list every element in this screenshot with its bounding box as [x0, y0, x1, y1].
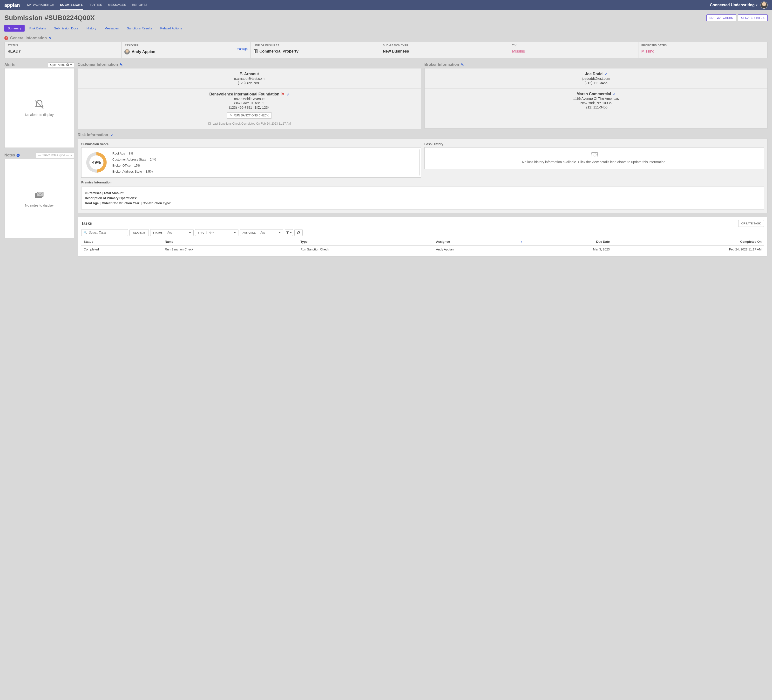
premise-box: 0 Premises|Total Amount: Description of …: [81, 186, 764, 209]
expand-risk-icon[interactable]: ⤢: [111, 133, 114, 137]
notes-empty-text: No notes to display: [25, 203, 54, 207]
loss-empty-text: No loss history information available. C…: [522, 160, 666, 164]
risk-panel: Submission Score 49%: [78, 139, 768, 213]
loss-box: No loss history information available. C…: [424, 147, 764, 169]
clear-filter-icon[interactable]: ✕: [66, 64, 69, 66]
chevron-down-icon: [279, 232, 281, 233]
dates-value: Missing: [641, 49, 764, 54]
risk-heading: Risk Information ⤢: [78, 133, 768, 137]
create-task-button[interactable]: CREATE TASK: [738, 220, 764, 227]
nav-my-workbench[interactable]: MY WORKBENCH: [27, 0, 54, 10]
score-percent: 49%: [85, 151, 108, 173]
cell-assignee: Andy Appian: [433, 245, 525, 254]
customer-card: E. Arnaout e.arnaout@test.com (123) 456-…: [78, 68, 421, 129]
task-filter-icon-button[interactable]: [285, 229, 293, 236]
cell-status: Completed: [81, 245, 162, 254]
customer-org-name: Benevolence International Foundation ⚑ ⤢: [82, 92, 417, 96]
page-header: Submission #SUB0224Q00X EDIT WATCHERS UP…: [4, 14, 768, 22]
score-donut: 49%: [85, 151, 108, 173]
assignee-filter-value: Any: [260, 231, 265, 234]
nav-parties[interactable]: PARTIES: [88, 0, 102, 10]
table-row[interactable]: Completed Run Sanction Check Run Sanctio…: [81, 245, 764, 254]
broker-title: Broker Information: [424, 62, 459, 67]
cell-completed: Feb 24, 2023 11:17 AM: [612, 245, 764, 254]
col-type[interactable]: Type: [298, 238, 433, 245]
tab-history[interactable]: History: [83, 25, 100, 31]
factor-roof: Roof Age = 8%: [112, 152, 156, 155]
col-name[interactable]: Name: [162, 238, 298, 245]
notes-type-select[interactable]: --- Select Notes Type ---: [36, 152, 74, 158]
alerts-filter[interactable]: Open Alerts ✕: [48, 62, 74, 67]
task-search-input[interactable]: [88, 231, 126, 234]
customer-title: Customer Information: [78, 62, 118, 67]
broker-heading: Broker Information ✎: [424, 62, 768, 67]
lob-label: LINE OF BUSINESS: [254, 44, 377, 47]
factor-broker-state: Broker Address State = 1.5%: [112, 170, 156, 173]
refresh-icon: [297, 231, 300, 234]
broker-addr1: 1166 Avenue Of The Americas: [429, 96, 764, 100]
task-type-filter[interactable]: TYPE | Any: [195, 229, 239, 236]
col-completed[interactable]: Completed On: [612, 238, 764, 245]
risk-title: Risk Information: [78, 133, 108, 137]
tiv-value: Missing: [512, 49, 635, 54]
edit-customer-icon[interactable]: ✎: [120, 63, 123, 67]
task-refresh-button[interactable]: [294, 229, 303, 236]
edit-watchers-button[interactable]: EDIT WATCHERS: [707, 15, 736, 21]
update-status-button[interactable]: UPDATE STATUS: [738, 15, 768, 21]
assignee-filter-label: ASSIGNEE: [242, 231, 256, 234]
col-status[interactable]: Status: [81, 238, 162, 245]
edit-broker-icon[interactable]: ✎: [461, 63, 464, 67]
status-filter-label: STATUS: [153, 231, 163, 234]
tab-summary[interactable]: Summary: [4, 25, 25, 31]
col-due[interactable]: Due Date: [525, 238, 612, 245]
tab-related-actions[interactable]: Related Actions: [157, 25, 185, 31]
run-sanctions-button[interactable]: ✎ RUN SANCTIONS CHECK: [227, 112, 272, 119]
task-search-wrap: 🔍: [81, 229, 128, 236]
score-box: 49% Roof Age = 8% Customer Address State…: [81, 147, 421, 178]
customer-contact-phone: (123) 456-7891: [82, 81, 417, 85]
nav-submissions[interactable]: SUBMISSIONS: [60, 0, 83, 10]
expand-broker-contact-icon[interactable]: ⤢: [605, 72, 607, 76]
nav-reports[interactable]: REPORTS: [132, 0, 147, 10]
tab-sanctions-results[interactable]: Sanctions Results: [123, 25, 155, 31]
app-menu[interactable]: Connected Underwriting: [710, 3, 757, 7]
factor-broker-office: Broker Office = 15%: [112, 164, 156, 167]
alerts-panel: No alerts to display: [4, 68, 74, 148]
factor-cust-state: Customer Address State = 24%: [112, 158, 156, 161]
building-icon: [254, 49, 257, 53]
tab-submission-docs[interactable]: Submission Docs: [51, 25, 82, 31]
edit-icon: ✎: [230, 114, 232, 117]
premise-count: 0 Premises: [85, 191, 101, 195]
task-search-button[interactable]: SEARCH: [129, 229, 149, 236]
col-assignee[interactable]: Assignee↑: [433, 238, 525, 245]
assignee-label: ASSIGNEE: [124, 44, 248, 47]
add-note-icon[interactable]: [16, 154, 20, 157]
expand-broker-org-icon[interactable]: ⤢: [613, 93, 615, 96]
envelopes-icon: [34, 190, 44, 201]
customer-contact-name: E. Arnaout: [82, 72, 417, 76]
funnel-icon: [286, 231, 290, 234]
premise-title: Premise Information: [81, 180, 764, 184]
chevron-down-icon: [756, 5, 757, 6]
expand-customer-icon[interactable]: ⤢: [287, 93, 290, 96]
tab-messages[interactable]: Messages: [101, 25, 122, 31]
user-avatar[interactable]: [761, 2, 768, 9]
type-filter-value: Any: [209, 231, 214, 234]
chevron-down-icon: [189, 232, 191, 233]
dates-label: PROPOSED DATES: [641, 44, 764, 47]
score-title: Submission Score: [81, 142, 421, 146]
tab-risk-details[interactable]: Risk Details: [26, 25, 49, 31]
broker-contact-email: joedodd@test.com: [429, 77, 764, 80]
tasks-title: Tasks: [81, 221, 92, 226]
cell-due: Mar 3, 2023: [525, 245, 612, 254]
record-tabs: Summary Risk Details Submission Docs His…: [4, 25, 768, 31]
task-assignee-filter[interactable]: ASSIGNEE | Any: [240, 229, 283, 236]
task-status-filter[interactable]: STATUS | Any: [150, 229, 194, 236]
nav-messages[interactable]: MESSAGES: [108, 0, 126, 10]
general-info-title: General Information: [10, 36, 47, 40]
score-factors: Roof Age = 8% Customer Address State = 2…: [112, 151, 156, 173]
edit-general-icon[interactable]: ✎: [49, 36, 52, 40]
money-icon: [590, 152, 598, 157]
brand-logo: appian: [4, 2, 20, 8]
reassign-link[interactable]: Reassign: [236, 47, 248, 51]
